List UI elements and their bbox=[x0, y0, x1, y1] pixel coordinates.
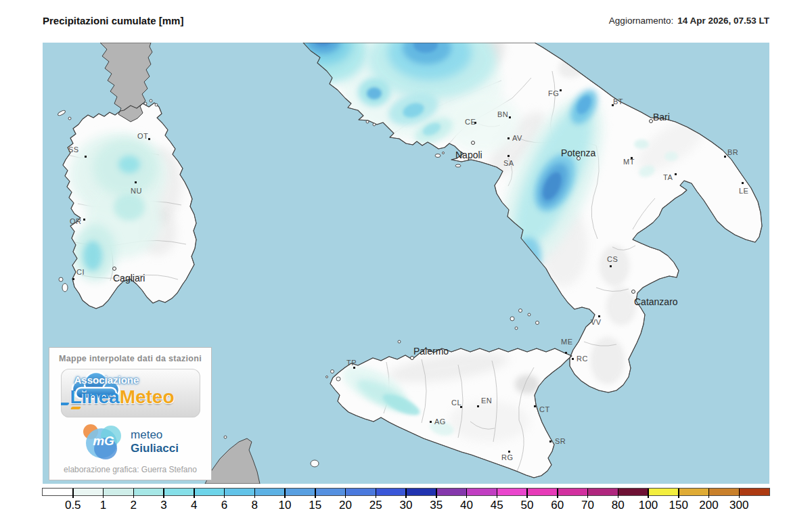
colorbar-tick bbox=[72, 489, 74, 498]
meteogiuliacci-icon: mG bbox=[82, 423, 124, 461]
meteogiuliacci-name: meteo Giuliacci bbox=[131, 428, 179, 455]
legend-box: Mappe interpolate dati da stazioni Assoc… bbox=[49, 347, 212, 480]
province-label-CT: CT bbox=[539, 405, 550, 413]
colorbar-tick-label: 4 bbox=[191, 499, 197, 512]
colorbar-tick-label: 20 bbox=[339, 499, 352, 512]
province-marker-CI bbox=[72, 278, 74, 280]
province-marker-CL bbox=[460, 406, 462, 408]
colorbar-segment bbox=[558, 489, 588, 495]
colorbar-tick-label: 10 bbox=[279, 499, 292, 512]
colorbar-tick-label: 6 bbox=[221, 499, 227, 512]
lineameteo-logo: Associazione LineaMeteo bbox=[61, 369, 200, 417]
colorbar-segment bbox=[376, 489, 406, 495]
colorbar-tick-label: 15 bbox=[309, 499, 321, 512]
city-label-palermo: Palermo bbox=[413, 346, 449, 357]
city-label-napoli: Napoli bbox=[455, 150, 482, 160]
colorbar-tick bbox=[618, 489, 619, 498]
colorbar-segment bbox=[497, 489, 527, 495]
colorbar-tick-label: 2 bbox=[131, 499, 137, 512]
colorbar-tick bbox=[103, 489, 104, 498]
province-marker-BT bbox=[612, 104, 614, 106]
colorbar-tick bbox=[194, 489, 195, 498]
colorbar-segment bbox=[164, 489, 194, 495]
province-label-NU: NU bbox=[131, 187, 142, 195]
colorbar-segment bbox=[285, 489, 315, 495]
colorbar-segment bbox=[406, 489, 436, 495]
colorbar-tick bbox=[405, 489, 407, 498]
colorbar-tick-label: 30 bbox=[400, 499, 413, 512]
colorbar-tick-label: 300 bbox=[729, 499, 748, 512]
city-label-catanzaro: Catanzaro bbox=[634, 296, 678, 307]
province-label-OR: OR bbox=[70, 217, 82, 225]
legend-credit: elaborazione grafica: Guerra Stefano bbox=[49, 465, 211, 474]
province-label-RG: RG bbox=[501, 453, 514, 461]
update-timestamp: Aggiornamento:14 Apr 2026, 07.53 LT bbox=[609, 16, 769, 26]
province-label-MT: MT bbox=[623, 158, 635, 166]
page-title: Precipitazioni cumulate [mm] bbox=[43, 15, 183, 26]
colorbar-segment bbox=[194, 489, 225, 495]
province-marker-CE bbox=[474, 122, 476, 124]
colorbar-tick bbox=[648, 489, 649, 498]
lineameteo-name: LineaMeteo bbox=[70, 386, 175, 408]
city-label-bari: Bari bbox=[653, 112, 670, 122]
province-label-AG: AG bbox=[434, 417, 446, 426]
city-label-cagliari: Cagliari bbox=[113, 273, 145, 284]
colorbar-segment bbox=[588, 489, 618, 495]
province-label-TP: TP bbox=[346, 359, 357, 367]
province-marker-TA bbox=[675, 173, 677, 175]
province-marker-CT bbox=[534, 405, 536, 407]
province-marker-RG bbox=[508, 451, 510, 453]
colorbar-tick bbox=[133, 489, 135, 498]
colorbar-tick-label: 0.5 bbox=[65, 499, 81, 512]
colorbar-tick-label: 45 bbox=[491, 499, 503, 512]
province-label-CI: CI bbox=[76, 268, 85, 276]
city-marker-cagliari bbox=[112, 267, 116, 271]
colorbar-segment bbox=[225, 489, 255, 495]
colorbar-segment bbox=[346, 489, 376, 495]
colorbar-tick bbox=[224, 489, 225, 498]
city-marker-potenza bbox=[577, 156, 581, 160]
province-label-OT: OT bbox=[137, 132, 148, 140]
province-label-EN: EN bbox=[481, 397, 492, 405]
province-marker-SA bbox=[508, 155, 510, 157]
colorbar-tick-label: 100 bbox=[639, 499, 658, 512]
colorbar-segment bbox=[73, 489, 104, 495]
province-label-AV: AV bbox=[512, 134, 522, 142]
colorbar-tick-label: 25 bbox=[369, 499, 382, 512]
colorbar-tick-label: 3 bbox=[160, 499, 166, 512]
province-label-BN: BN bbox=[497, 110, 508, 118]
city-marker-catanzaro bbox=[631, 290, 635, 294]
colorbar-tick-label: 70 bbox=[581, 499, 594, 512]
province-marker-SS bbox=[85, 156, 87, 158]
lineameteo-association: Associazione bbox=[74, 374, 139, 386]
colorbar-segment bbox=[436, 489, 467, 495]
colorbar-segment bbox=[104, 489, 134, 495]
city-marker-palermo bbox=[410, 356, 414, 360]
colorbar-tick bbox=[739, 489, 740, 498]
province-label-CS: CS bbox=[607, 255, 618, 263]
colorbar-segment bbox=[43, 489, 73, 495]
province-label-FG: FG bbox=[548, 89, 559, 97]
colorbar-tick bbox=[315, 489, 316, 498]
province-label-BT: BT bbox=[613, 97, 623, 106]
province-marker-AV bbox=[508, 137, 510, 139]
colorbar-segment bbox=[133, 489, 164, 495]
colorbar-tick-label: 200 bbox=[699, 499, 718, 512]
colorbar-tick bbox=[587, 489, 589, 498]
precipitation-map: SSOTNUORCICEBNAVSAFGBTMTTABRLECSVVMERCTP… bbox=[43, 43, 769, 484]
province-marker-LE bbox=[742, 182, 744, 184]
colorbar-tick bbox=[526, 489, 528, 498]
colorbar-tick-label: 150 bbox=[669, 499, 688, 512]
colorbar-tick bbox=[497, 489, 498, 498]
colorbar-tick bbox=[557, 489, 558, 498]
province-marker-VV bbox=[598, 315, 600, 317]
province-marker-OT bbox=[148, 138, 150, 140]
colorbar-tick-label: 40 bbox=[460, 499, 473, 512]
colorbar-segment bbox=[648, 489, 679, 495]
colorbar-tick bbox=[345, 489, 346, 498]
colorbar-tick-label: 1 bbox=[100, 499, 106, 512]
province-label-SS: SS bbox=[68, 145, 79, 154]
city-marker-bari bbox=[649, 119, 653, 123]
province-label-VV: VV bbox=[591, 318, 602, 326]
colorbar-tick bbox=[436, 489, 437, 498]
